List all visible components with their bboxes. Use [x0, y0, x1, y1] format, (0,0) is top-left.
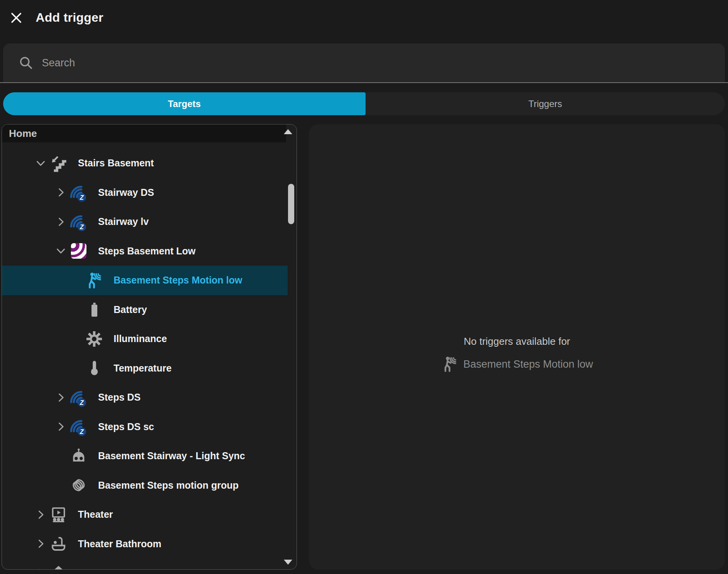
svg-text:Z: Z — [79, 429, 84, 435]
tree-item-basement-stairway-light-sync[interactable]: Basement Stairway - Light Sync — [2, 441, 288, 471]
chevron-right-icon[interactable] — [52, 391, 69, 404]
tab-targets-label: Targets — [168, 99, 201, 109]
tree-item-partial[interactable] — [2, 558, 288, 570]
search-icon — [18, 55, 34, 71]
motion-sensor-icon — [441, 355, 459, 373]
tab-triggers[interactable]: Triggers — [366, 92, 725, 115]
zigbee-device-icon: Z — [69, 417, 88, 436]
tree-item-steps-basement-low[interactable]: Steps Basement Low — [2, 237, 288, 266]
theater-icon — [49, 505, 68, 524]
tree-item-illuminance[interactable]: Illuminance — [2, 324, 288, 354]
triggers-detail-panel: No triggers available for — [309, 124, 725, 570]
tree-item-label: Stairway DS — [98, 187, 154, 198]
tree-item-label: Basement Steps motion group — [98, 480, 239, 491]
tree-item-stairway-lv[interactable]: Z Stairway lv — [2, 207, 288, 237]
tab-targets[interactable]: Targets — [3, 92, 366, 115]
svg-text:Z: Z — [79, 194, 84, 201]
robot-icon — [69, 447, 88, 465]
tree-item-basement-steps-motion-low[interactable]: Basement Steps Motion low — [2, 266, 288, 295]
stairs-down-icon — [49, 154, 68, 173]
zigbee-device-icon: Z — [69, 388, 88, 407]
battery-icon — [85, 300, 104, 319]
chevron-right-icon[interactable] — [32, 508, 49, 521]
illuminance-icon — [85, 330, 104, 348]
zigbee-device-icon: Z — [69, 213, 88, 231]
tree-item-battery[interactable]: Battery — [2, 295, 288, 325]
zigbee-device-icon: Z — [69, 183, 88, 202]
tree-item-label: Battery — [114, 304, 147, 315]
tree-item-label: Basement Stairway - Light Sync — [98, 450, 245, 462]
search-divider — [0, 82, 728, 83]
dialog-header: Add trigger — [0, 0, 728, 43]
chevron-spacer — [52, 450, 69, 463]
motion-sensor-icon — [85, 271, 104, 290]
tree-item-label: Theater — [78, 509, 113, 520]
chevron-right-icon[interactable] — [52, 186, 69, 199]
tree-item-label: Theater Bathroom — [78, 538, 161, 550]
chevron-spacer — [52, 479, 69, 492]
tree-item-basement-steps-motion-group[interactable]: Basement Steps motion group — [2, 471, 288, 500]
tree-item-steps-ds[interactable]: Z Steps DS — [2, 383, 288, 412]
tree-item-steps-ds-sc[interactable]: Z Steps DS sc — [2, 412, 288, 442]
scrollbar-thumb[interactable] — [288, 184, 294, 224]
tree-rows: Stairs Basement Z — [2, 142, 288, 570]
house-icon — [49, 564, 68, 570]
tree-item-theater-bathroom[interactable]: Theater Bathroom — [2, 529, 288, 559]
tree-root-header[interactable]: Home — [2, 124, 286, 142]
add-trigger-dialog: Add trigger Targets Triggers Home — [0, 0, 728, 574]
tree-item-label: Stairway lv — [98, 216, 149, 227]
svg-text:Z: Z — [79, 223, 84, 230]
search-input[interactable] — [41, 57, 713, 69]
svg-text:Z: Z — [79, 399, 84, 406]
close-button[interactable] — [9, 10, 24, 26]
targets-tree-panel: Home Stairs Basement — [2, 124, 297, 570]
chevron-down-icon[interactable] — [32, 157, 49, 170]
temperature-icon — [85, 359, 104, 377]
tree-item-label: Steps DS sc — [98, 421, 154, 432]
scroll-down-arrow-icon[interactable] — [284, 560, 292, 565]
tab-bar: Targets Triggers — [0, 92, 728, 115]
bathtub-icon — [49, 534, 68, 553]
zwave-device-icon — [69, 242, 88, 260]
chevron-right-icon[interactable] — [32, 567, 49, 570]
scroll-up-arrow-icon[interactable] — [284, 129, 292, 134]
no-triggers-device-name: Basement Steps Motion low — [463, 358, 593, 370]
chevron-down-icon[interactable] — [52, 244, 69, 258]
tree-root-label: Home — [9, 128, 37, 140]
tree-item-theater[interactable]: Theater — [2, 500, 288, 529]
no-triggers-message: No triggers available for — [309, 335, 725, 348]
search-bar — [3, 43, 725, 82]
chevron-right-icon[interactable] — [32, 537, 49, 550]
page-title: Add trigger — [36, 10, 104, 25]
close-icon — [9, 11, 23, 25]
tree-item-stairs-basement[interactable]: Stairs Basement — [2, 149, 288, 178]
tab-triggers-label: Triggers — [528, 99, 562, 109]
tree-item-stairway-ds[interactable]: Z Stairway DS — [2, 178, 288, 207]
chevron-right-icon[interactable] — [52, 215, 69, 228]
tree-item-label: Illuminance — [114, 333, 167, 344]
tree-item-label: Basement Steps Motion low — [114, 275, 242, 286]
tree-item-label: Steps Basement Low — [98, 246, 195, 257]
no-triggers-device: Basement Steps Motion low — [309, 355, 725, 373]
tree-item-temperature[interactable]: Temperature — [2, 354, 288, 383]
chevron-right-icon[interactable] — [52, 420, 69, 433]
tree-item-label: Stairs Basement — [78, 157, 154, 169]
group-rings-icon — [69, 476, 88, 494]
tree-item-label: Steps DS — [98, 392, 141, 403]
tree-item-label: Temperature — [114, 363, 172, 374]
